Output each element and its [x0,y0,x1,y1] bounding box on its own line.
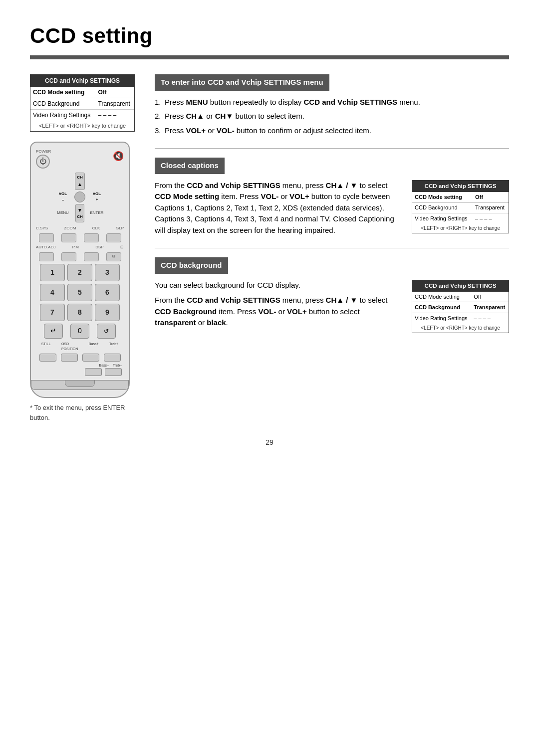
section-enter-header: To enter into CCD and Vchip SETTINGS men… [155,74,329,91]
remote-stand [65,380,95,387]
bass-plus-label: Bass+ [89,342,99,352]
num-8-button[interactable]: 8 [67,304,92,321]
zoom-label: ZOOM [64,225,76,231]
ccd-background-header: CCD background [155,257,228,274]
num-0-button[interactable]: 0 [70,324,89,339]
closed-captions-header: Closed captions [155,158,225,174]
ch-up-button[interactable]: CH ▲ [75,173,85,190]
num-1-button[interactable]: 1 [40,264,65,281]
autoadj-button[interactable] [39,252,54,261]
divider-1 [155,148,509,149]
enter-arrow-button[interactable]: ↵ [44,324,63,339]
bass-minus-button[interactable] [85,368,102,376]
section-closed-captions: Closed captions From the CCD and Vchip S… [155,158,509,236]
closed-captions-settings-title: CCD and Vchip SETTINGS [412,181,509,192]
top-settings-box: CCD and Vchip SETTINGS CCD Mode setting … [30,74,135,132]
top-settings-box-title: CCD and Vchip SETTINGS [30,75,134,87]
number-grid: 1 2 3 4 5 6 7 8 9 [40,264,120,321]
dsp-label: DSP [95,244,103,250]
extra-button[interactable]: ⊟ [106,252,121,261]
title-bar [30,55,509,59]
remote-control: POWER ⏻ 🔇 CH ▲ VOL– [30,142,130,398]
treb-minus-label: Treb– [113,363,122,369]
step-3: 3. Press VOL+ or VOL- button to confirm … [155,125,509,137]
table-row: Video Rating Settings – – – – [30,110,134,121]
osd-button[interactable] [61,354,78,362]
power-label: POWER [36,149,51,155]
pm-button[interactable] [61,252,76,261]
csys-button[interactable] [39,233,54,242]
table-row-highlight: CCD BackgroundTransparent [412,302,509,313]
power-button[interactable]: ⏻ [36,155,50,169]
ccd-background-text: You can select background for CCD displa… [155,280,402,329]
pm-label: P.M [72,244,79,250]
settings-note: <LEFT> or <RIGHT> key to change [412,223,509,233]
num-3-button[interactable]: 3 [95,264,120,281]
table-row: CCD Mode setting Off [30,87,134,98]
vol-plus-label: VOL+ [93,191,101,203]
step-1: 1. Press MENU button repeatedly to displ… [155,97,509,108]
bass-plus-button[interactable] [82,354,99,362]
ccd-background-settings-title: CCD and Vchip SETTINGS [412,280,509,292]
clk-button[interactable] [84,233,99,242]
slp-label: SLP [116,225,124,231]
still-label: STILL [41,342,51,352]
num-7-button[interactable]: 7 [40,304,65,321]
page-title: CCD setting [30,20,509,51]
treb-minus-button[interactable] [105,368,122,376]
return-button[interactable]: ↺ [97,324,116,339]
zoom-button[interactable] [61,233,76,242]
page-number: 29 [30,437,509,448]
vol-minus-label: VOL– [59,191,67,203]
dsp-button[interactable] [84,252,99,261]
num-2-button[interactable]: 2 [67,264,92,281]
settings-note: <LEFT> or <RIGHT> key to change [412,323,509,333]
ccd-background-settings-box: CCD and Vchip SETTINGS CCD Mode settingO… [412,280,509,334]
clk-label: CLK [92,225,100,231]
bass-minus-label: Bass– [99,363,109,369]
speaker-icon: 🔇 [113,150,124,163]
num-9-button[interactable]: 9 [95,304,120,321]
menu-label: MENU [57,210,69,216]
still-button[interactable] [39,354,56,362]
treb-plus-button[interactable] [104,354,121,362]
footer-note: * To exit the menu, press ENTER button. [30,403,140,422]
table-row: CCD Mode settingOff [412,192,509,202]
table-row: CCD BackgroundTransparent [412,202,509,213]
num-6-button[interactable]: 6 [95,284,120,301]
table-row: CCD Background Transparent [30,98,134,110]
num-4-button[interactable]: 4 [40,284,65,301]
icon-label: ⊟ [120,244,124,250]
closed-captions-settings-box: CCD and Vchip SETTINGS CCD Mode settingO… [412,180,509,234]
section-enter-menu: To enter into CCD and Vchip SETTINGS men… [155,74,509,136]
closed-captions-text: From the CCD and Vchip SETTINGS menu, pr… [155,180,402,236]
section-ccd-background: CCD background You can select background… [155,257,509,333]
osd-position-label: OSDPOSITION [61,342,78,352]
csys-label: C.SYS [36,225,48,231]
step-2: 2. Press CH▲ or CH▼ button to select ite… [155,111,509,122]
divider-2 [155,248,509,248]
table-row: Video Rating Settings– – – – [412,313,509,323]
enter-label: ENTER [90,210,103,216]
slp-button[interactable] [106,233,121,242]
nav-center[interactable] [74,191,85,202]
ch-down-button[interactable]: ▼ CH [75,204,84,222]
steps-list: 1. Press MENU button repeatedly to displ… [155,97,509,137]
settings-note: <LEFT> or <RIGHT> key to change [30,121,134,131]
table-row: Video Rating Settings– – – – [412,213,509,223]
treb-plus-label: Treb+ [109,342,118,352]
num-5-button[interactable]: 5 [67,284,92,301]
autoadj-label: AUTO.ADJ [36,244,55,250]
table-row: CCD Mode settingOff [412,292,509,302]
